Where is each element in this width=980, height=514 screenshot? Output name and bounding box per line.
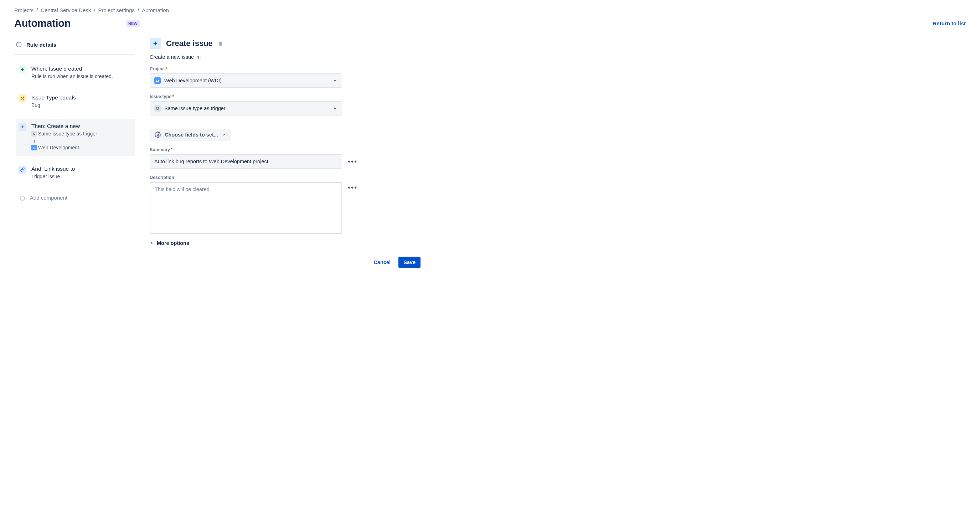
page-title: Automation xyxy=(14,18,70,29)
return-to-list-link[interactable]: Return to list xyxy=(933,20,966,26)
chevron-down-icon xyxy=(332,78,337,83)
breadcrumb-service-desk[interactable]: Central Service Desk xyxy=(41,7,91,13)
rule-step-title: And: Link issue to xyxy=(31,166,75,172)
breadcrumb-separator: / xyxy=(94,7,95,13)
rule-step-subtitle: Rule is run when an issue is created. xyxy=(31,73,113,80)
project-value: Web Development (WDI) xyxy=(164,78,222,83)
rule-step-subtitle: Bug xyxy=(31,102,76,109)
chevron-down-icon xyxy=(222,133,226,137)
rule-details-label: Rule details xyxy=(26,42,56,48)
description-more-button[interactable]: ••• xyxy=(346,182,359,193)
plus-icon xyxy=(19,123,26,131)
cancel-button[interactable]: Cancel xyxy=(369,257,396,268)
issuetype-value: Same issue type as trigger xyxy=(164,105,226,111)
trash-icon[interactable] xyxy=(218,41,223,46)
new-badge: NEW xyxy=(126,20,140,27)
svg-point-5 xyxy=(33,133,35,135)
svg-point-2 xyxy=(19,43,19,44)
breadcrumb: Projects / Central Service Desk / Projec… xyxy=(14,7,966,13)
save-button[interactable]: Save xyxy=(398,257,420,268)
rule-details-header[interactable]: Rule details xyxy=(14,38,135,55)
more-options-toggle[interactable]: More options xyxy=(150,240,420,246)
rule-step-and[interactable]: And: Link issue to Trigger issue xyxy=(16,161,135,185)
lightning-icon xyxy=(19,65,26,73)
project-select[interactable]: Web Development (WDI) xyxy=(150,73,342,88)
add-component-label: Add component xyxy=(30,195,67,201)
summary-label: Summary* xyxy=(150,147,420,152)
divider xyxy=(150,122,420,122)
action-panel: Create issue Create a new issue in: Proj… xyxy=(150,38,420,268)
svg-point-8 xyxy=(156,107,159,110)
rule-sidebar: Rule details When: Issue created Rule is… xyxy=(14,38,135,268)
panel-subtitle: Create a new issue in: xyxy=(150,54,420,60)
breadcrumb-projects[interactable]: Projects xyxy=(14,7,33,13)
project-icon xyxy=(31,145,37,150)
info-icon xyxy=(16,41,22,48)
description-label: Description xyxy=(150,175,420,180)
rule-step-then[interactable]: Then: Create a new Same issue type as tr… xyxy=(16,119,135,156)
issuetype-label: Issue type* xyxy=(150,94,420,99)
chevron-right-icon xyxy=(150,241,154,245)
plus-icon xyxy=(150,38,161,49)
rule-step-title: Issue Type equals xyxy=(31,94,76,101)
ellipsis-icon: ••• xyxy=(348,183,358,191)
link-icon xyxy=(19,166,26,173)
shuffle-icon xyxy=(19,94,26,102)
issuetype-select[interactable]: Same issue type as trigger xyxy=(150,101,342,116)
issuetype-icon xyxy=(31,131,37,137)
breadcrumb-separator: / xyxy=(138,7,139,13)
gear-icon xyxy=(155,132,161,138)
add-component-button[interactable]: Add component xyxy=(16,190,135,205)
rule-step-subtitle: Trigger issue xyxy=(31,173,75,180)
rule-step-when[interactable]: When: Issue created Rule is run when an … xyxy=(16,61,135,84)
breadcrumb-project-settings[interactable]: Project settings xyxy=(98,7,135,13)
page-header: Automation NEW Return to list xyxy=(14,18,966,29)
rule-step-condition[interactable]: Issue Type equals Bug xyxy=(16,90,135,113)
choose-fields-button[interactable]: Choose fields to set... xyxy=(150,129,231,141)
svg-point-9 xyxy=(157,134,159,136)
summary-more-button[interactable]: ••• xyxy=(346,156,359,167)
issuetype-icon xyxy=(154,105,161,111)
summary-input[interactable] xyxy=(150,154,342,169)
ellipsis-icon: ••• xyxy=(348,158,358,165)
project-icon xyxy=(154,77,161,84)
breadcrumb-automation[interactable]: Automation xyxy=(142,7,169,13)
rule-step-subtitle: Same issue type as trigger in Web Develo… xyxy=(31,130,97,151)
add-circle-icon xyxy=(20,196,25,201)
breadcrumb-separator: / xyxy=(37,7,38,13)
panel-title: Create issue xyxy=(166,39,213,48)
project-label: Project* xyxy=(150,66,420,71)
chevron-down-icon xyxy=(332,106,337,111)
rule-step-title: When: Issue created xyxy=(31,65,113,72)
description-textarea[interactable] xyxy=(150,182,342,234)
rule-step-title: Then: Create a new xyxy=(31,123,97,129)
